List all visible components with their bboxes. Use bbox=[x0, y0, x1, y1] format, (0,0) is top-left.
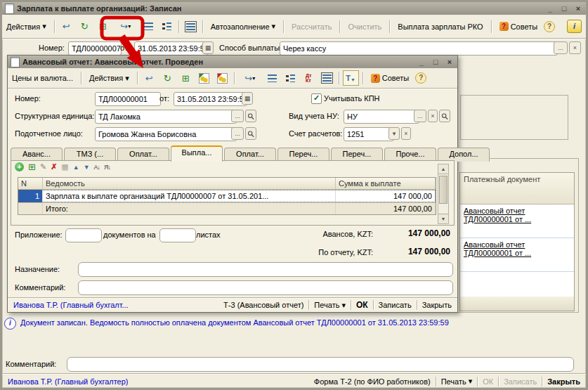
table-row[interactable]: 1 Зарплата к выплате организаций ТДЛ0000… bbox=[18, 190, 436, 202]
pay-rko-button[interactable]: Выплата зарплаты РКО bbox=[393, 21, 487, 32]
structure-report-button[interactable] bbox=[319, 70, 335, 86]
select-ellipsis-button[interactable]: ... bbox=[414, 110, 426, 122]
user-link[interactable]: Иванова Т.Р. (Главный бухгалтер) bbox=[8, 377, 129, 386]
maximize-icon[interactable]: □ bbox=[559, 4, 569, 13]
close-button[interactable]: Закрыть bbox=[422, 301, 452, 309]
copy-button[interactable]: ⊞ bbox=[178, 70, 194, 86]
autofill-menu-button[interactable]: Автозаполнение ▾ bbox=[207, 20, 280, 32]
close-icon[interactable]: × bbox=[445, 58, 455, 66]
tab-dopolnit[interactable]: Допол... bbox=[438, 148, 490, 162]
attachment-sheets-input[interactable] bbox=[159, 228, 196, 242]
save-button[interactable]: Записать bbox=[379, 301, 412, 309]
unpost-document-button[interactable] bbox=[214, 70, 230, 86]
user-link[interactable]: Иванова Т.Р. (Главный бухгалт... bbox=[13, 301, 129, 309]
scrollbar-thumb[interactable] bbox=[439, 176, 447, 204]
dropdown-button[interactable]: ▾ bbox=[388, 127, 400, 140]
calendar-icon[interactable]: ▦ bbox=[242, 92, 253, 105]
tab-perech2[interactable]: Переч... bbox=[331, 148, 383, 162]
clear-x-button[interactable]: × bbox=[428, 110, 438, 122]
delete-row-icon[interactable]: ✗ bbox=[51, 162, 57, 171]
scroll-down-icon[interactable]: ▼ bbox=[438, 214, 448, 223]
minimize-icon[interactable]: _ bbox=[545, 4, 555, 13]
tab-avans[interactable]: Аванс... bbox=[11, 148, 63, 162]
go-to-button[interactable]: ↪ ▾ bbox=[113, 19, 138, 34]
tips-button[interactable]: ? Советы bbox=[367, 72, 413, 84]
debit-credit-icon: Дт Кт bbox=[306, 73, 311, 83]
main-number-input[interactable]: ТДЛ00000007 bbox=[68, 41, 122, 56]
main-comment-input[interactable] bbox=[67, 357, 574, 372]
col-header-n[interactable]: N bbox=[18, 178, 43, 189]
tab-perech1[interactable]: Переч... bbox=[277, 148, 329, 162]
sort-desc-icon[interactable]: Я↓ bbox=[104, 164, 110, 171]
date-input[interactable]: 31.05.2013 23:59:59 bbox=[174, 92, 247, 106]
select-ellipsis-button[interactable]: ... bbox=[554, 41, 568, 54]
move-up-icon[interactable]: ▲ bbox=[73, 164, 79, 171]
tab-oplata2[interactable]: Оплат... bbox=[224, 148, 276, 162]
unit-input[interactable]: ТД Лакомка bbox=[95, 110, 237, 124]
list-structure-button[interactable] bbox=[141, 19, 157, 34]
add-row-icon[interactable]: + bbox=[15, 162, 24, 171]
col-header-vedomost[interactable]: Ведомость bbox=[43, 178, 336, 189]
magnifier-icon[interactable] bbox=[439, 110, 450, 122]
close-icon[interactable]: × bbox=[573, 4, 583, 13]
tab-prochee[interactable]: Проче... bbox=[384, 148, 436, 162]
minimize-icon[interactable]: _ bbox=[417, 58, 426, 66]
col-header-sum[interactable]: Сумма к выплате bbox=[336, 178, 436, 189]
person-input[interactable]: Громова Жанна Борисовна bbox=[95, 127, 237, 141]
tab-tmz[interactable]: ТМЗ (... bbox=[64, 148, 116, 162]
calendar-icon[interactable]: ▦ bbox=[202, 41, 214, 54]
tips-button[interactable]: ? Советы bbox=[495, 20, 542, 32]
tab-oplata1[interactable]: Оплат... bbox=[117, 148, 169, 162]
t-filter-toggle[interactable]: Т ▼ bbox=[343, 70, 359, 86]
tab-vyplata[interactable]: Выпла... bbox=[171, 145, 223, 162]
form-t2-button[interactable]: Форма Т-2 (по ФИО работников) bbox=[314, 377, 431, 386]
purpose-input[interactable] bbox=[78, 262, 453, 277]
pay-method-input[interactable]: Через кассу bbox=[280, 41, 558, 56]
sort-asc-icon[interactable]: А↓ bbox=[94, 164, 100, 171]
copy-row-icon[interactable]: ⊞ bbox=[28, 162, 36, 171]
select-ellipsis-button[interactable]: ... bbox=[231, 110, 244, 122]
scroll-up-icon[interactable]: ▲ bbox=[438, 164, 448, 174]
comment-input[interactable] bbox=[78, 280, 453, 295]
refresh-button[interactable]: ↻ bbox=[77, 19, 93, 34]
list-settings-button[interactable] bbox=[282, 70, 299, 86]
move-down-icon[interactable]: ▼ bbox=[84, 164, 90, 171]
main-date-input[interactable]: 31.05.2013 23:59:59 bbox=[134, 41, 208, 56]
magnifier-icon[interactable] bbox=[245, 110, 256, 122]
reread-button[interactable]: ↩ bbox=[141, 70, 157, 86]
table-scrollbar[interactable]: ▲ ▼ bbox=[438, 164, 449, 224]
clear-x-button[interactable]: × bbox=[401, 127, 411, 140]
refresh-button[interactable]: ↻ bbox=[159, 70, 176, 86]
attachment-docs-input[interactable] bbox=[65, 228, 102, 242]
print-menu-button[interactable]: Печать ▾ bbox=[314, 301, 346, 310]
kpn-checkbox[interactable]: ✓ bbox=[311, 93, 322, 104]
print-menu-button[interactable]: Печать ▾ bbox=[441, 377, 473, 386]
nu-input[interactable]: НУ bbox=[344, 110, 419, 124]
maximize-icon[interactable]: □ bbox=[431, 58, 440, 66]
list-structure-button[interactable] bbox=[264, 70, 280, 86]
clear-x-button[interactable]: × bbox=[569, 41, 581, 54]
reread-button[interactable]: ↩ bbox=[58, 19, 74, 34]
info-panel-button[interactable]: i bbox=[567, 20, 582, 33]
actions-menu-button[interactable]: Действия ▾ bbox=[2, 20, 51, 32]
ok-button[interactable]: ОК bbox=[356, 300, 368, 310]
number-input[interactable]: ТДЛ00000001 bbox=[95, 92, 161, 106]
actions-menu-button[interactable]: Действия ▾ bbox=[85, 72, 133, 84]
structure-report-button[interactable] bbox=[183, 19, 199, 34]
edit-row-icon[interactable]: ✎ bbox=[40, 162, 46, 171]
help-icon[interactable]: ? bbox=[415, 72, 426, 84]
account-input[interactable]: 1251 bbox=[344, 127, 394, 141]
payment-doc-link[interactable]: Авансовый отчет ТДЛ00000001 от ... bbox=[464, 240, 531, 257]
close-button[interactable]: Закрыть bbox=[547, 377, 580, 386]
post-document-button[interactable] bbox=[196, 70, 212, 86]
select-ellipsis-button[interactable]: ... bbox=[231, 127, 244, 140]
magnifier-icon[interactable] bbox=[245, 127, 256, 140]
prices-currency-button[interactable]: Цены и валюта... bbox=[8, 72, 77, 84]
copy-button[interactable]: ⊞ bbox=[95, 19, 111, 34]
go-to-button[interactable]: ↪ ▾ bbox=[238, 70, 262, 86]
payment-doc-link[interactable]: Авансовый отчет ТДЛ00000001 от ... bbox=[464, 207, 531, 223]
dt-kt-button[interactable]: Дт Кт bbox=[301, 70, 317, 86]
list-settings-button[interactable] bbox=[159, 19, 175, 34]
t3-print-button[interactable]: Т-3 (Авансовый отчет) bbox=[223, 301, 303, 309]
help-icon[interactable]: ? bbox=[544, 21, 555, 32]
